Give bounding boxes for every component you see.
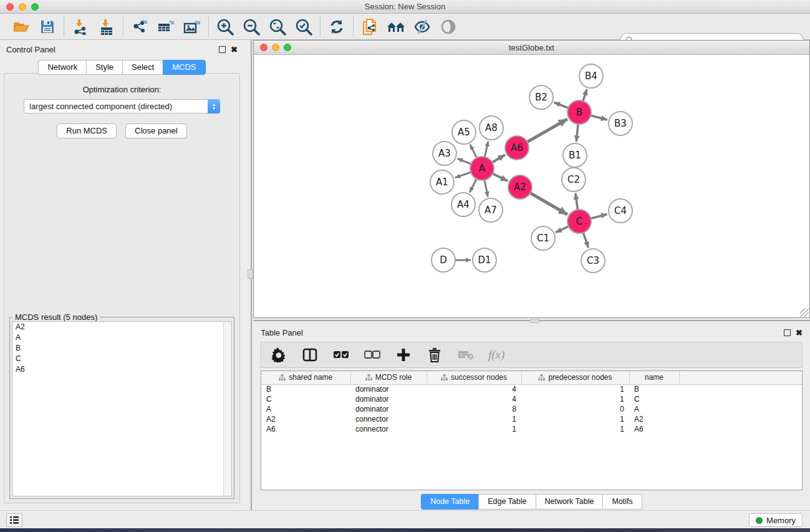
result-list-item[interactable]: A2 <box>12 322 231 332</box>
graph-node-A4[interactable]: A4 <box>451 193 475 216</box>
column-header-shared-name[interactable]: shared name <box>261 371 350 384</box>
network-window-titlebar[interactable]: testGlobe.txt <box>254 41 809 55</box>
table-row[interactable]: Cdominator41C <box>261 394 802 404</box>
zoom-in-button[interactable] <box>215 17 235 37</box>
export-image-button[interactable] <box>182 17 202 37</box>
table-cell[interactable]: C <box>261 394 350 404</box>
graphics-details-button[interactable] <box>412 17 432 37</box>
graph-node-B[interactable]: B <box>567 100 591 124</box>
graph-node-A3[interactable]: A3 <box>433 142 456 165</box>
graph-node-C2[interactable]: C2 <box>562 168 586 191</box>
graph-edge-C-C2[interactable] <box>576 193 578 211</box>
graph-node-C4[interactable]: C4 <box>609 199 632 223</box>
graph-edge-A-A3[interactable] <box>457 158 472 165</box>
graph-edge-A-A1[interactable] <box>455 172 472 178</box>
tab-node-table[interactable]: Node Table <box>421 494 478 510</box>
select-all-columns-icon[interactable] <box>332 346 350 364</box>
table-cell[interactable]: A2 <box>629 414 679 424</box>
table-cell[interactable]: A <box>629 404 679 414</box>
run-mcds-button[interactable]: Run MCDS <box>57 123 117 138</box>
table-cell[interactable]: C <box>629 394 679 404</box>
graph-node-C3[interactable]: C3 <box>581 249 605 273</box>
table-row[interactable]: A6connector11A6 <box>261 424 802 434</box>
graph-node-A8[interactable]: A8 <box>480 116 503 140</box>
graph-edge-A-A8[interactable] <box>485 141 488 158</box>
table-cell[interactable]: B <box>629 384 679 394</box>
table-cell[interactable]: 4 <box>427 384 521 394</box>
graph-node-B1[interactable]: B1 <box>563 143 587 167</box>
graph-edge-A-A5[interactable] <box>470 145 478 159</box>
result-list-item[interactable]: B <box>12 343 231 354</box>
table-cell[interactable]: A <box>261 404 350 414</box>
graph-edge-B-B3[interactable] <box>589 115 607 120</box>
graph-node-D1[interactable]: D1 <box>473 248 496 272</box>
float-table-panel-icon[interactable] <box>784 329 791 336</box>
network-zoom-button[interactable] <box>284 44 291 51</box>
graph-edge-C-C4[interactable] <box>589 214 607 218</box>
tab-motifs[interactable]: Motifs <box>602 494 642 510</box>
graph-edge-A2-C[interactable] <box>529 193 567 215</box>
table-cell[interactable]: 1 <box>521 424 629 434</box>
tab-edge-table[interactable]: Edge Table <box>478 494 535 510</box>
graph-node-C[interactable]: C <box>567 210 591 233</box>
network-canvas[interactable]: AA1A2A3A4A5A6A7A8BB1B2B3B4CC1C2C3C4DD1 <box>254 55 809 317</box>
result-list-item[interactable]: A <box>12 332 231 343</box>
refresh-button[interactable] <box>327 17 347 37</box>
result-list-scrollbar[interactable] <box>223 322 231 496</box>
column-header-name[interactable]: name <box>629 371 679 384</box>
zoom-window-button[interactable] <box>31 3 39 11</box>
tab-network-table[interactable]: Network Table <box>536 494 603 510</box>
open-session-button[interactable] <box>11 17 31 37</box>
column-header-successor-nodes[interactable]: successor nodes <box>427 371 521 384</box>
criterion-select[interactable]: largest connected component (directed) ▲… <box>24 99 220 114</box>
graph-node-A[interactable]: A <box>470 157 494 180</box>
table-cell[interactable]: 1 <box>521 414 629 424</box>
export-table-button[interactable] <box>156 17 176 37</box>
import-table-button[interactable] <box>97 17 117 37</box>
graph-edge-C-C1[interactable] <box>556 226 570 233</box>
memory-button[interactable]: Memory <box>749 513 803 527</box>
table-row[interactable]: Adominator80A <box>261 404 802 414</box>
column-header-predecessor-nodes[interactable]: predecessor nodes <box>521 371 629 384</box>
result-list-item[interactable]: A6 <box>12 364 231 375</box>
table-cell[interactable]: 1 <box>521 384 629 394</box>
graph-node-A6[interactable]: A6 <box>505 136 529 160</box>
zoom-fit-button[interactable] <box>268 17 287 37</box>
vertical-split-handle[interactable] <box>248 269 253 279</box>
create-column-plus-icon[interactable] <box>395 346 412 364</box>
table-cell[interactable]: 4 <box>427 394 521 404</box>
tab-network[interactable]: Network <box>38 60 86 75</box>
table-cell[interactable]: dominator <box>350 404 427 414</box>
table-settings-gear-icon[interactable] <box>270 346 287 364</box>
horizontal-split-handle[interactable] <box>530 319 539 323</box>
vertical-split-divider[interactable] <box>244 40 253 510</box>
home-networks-button[interactable] <box>386 17 406 37</box>
table-row[interactable]: Bdominator41B <box>261 384 802 394</box>
close-table-panel-icon[interactable]: ✖ <box>796 329 803 337</box>
graph-node-A1[interactable]: A1 <box>430 170 454 194</box>
graph-edge-A-A6[interactable] <box>491 155 505 163</box>
graph-node-B4[interactable]: B4 <box>579 64 603 88</box>
table-cell[interactable]: 1 <box>427 424 521 434</box>
task-history-button[interactable] <box>6 513 22 527</box>
zoom-out-button[interactable] <box>241 17 261 37</box>
zoom-selected-button[interactable] <box>294 17 314 37</box>
table-cell[interactable]: dominator <box>350 394 427 404</box>
table-cell[interactable]: A2 <box>261 414 350 424</box>
graph-edge-A-A7[interactable] <box>484 179 488 197</box>
table-row[interactable]: A2connector11A2 <box>261 414 802 424</box>
close-panel-button[interactable]: Close panel <box>125 123 187 138</box>
graph-node-B2[interactable]: B2 <box>529 85 553 109</box>
float-panel-icon[interactable] <box>219 46 226 53</box>
table-cell[interactable]: 8 <box>427 404 521 414</box>
column-header-MCDS-role[interactable]: MCDS role <box>350 371 427 384</box>
window-resize-grip[interactable] <box>800 308 809 317</box>
network-close-button[interactable] <box>260 44 268 51</box>
tab-style[interactable]: Style <box>86 60 122 75</box>
table-cell[interactable]: A6 <box>261 424 350 434</box>
close-window-button[interactable] <box>6 3 14 11</box>
graph-edge-B-B4[interactable] <box>582 89 587 102</box>
table-cell[interactable]: 1 <box>521 394 629 404</box>
minimize-window-button[interactable] <box>19 3 26 11</box>
unselect-all-columns-icon[interactable] <box>364 346 381 364</box>
